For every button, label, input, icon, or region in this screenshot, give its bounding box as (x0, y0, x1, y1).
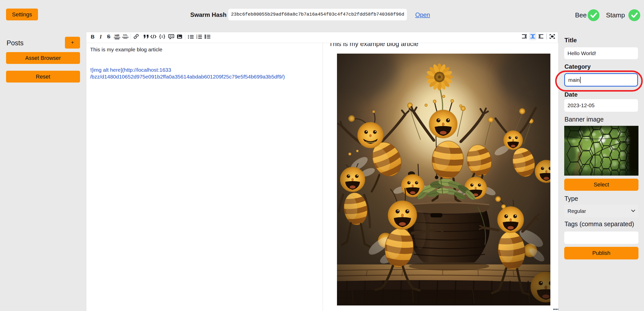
svg-text:3: 3 (196, 37, 197, 39)
